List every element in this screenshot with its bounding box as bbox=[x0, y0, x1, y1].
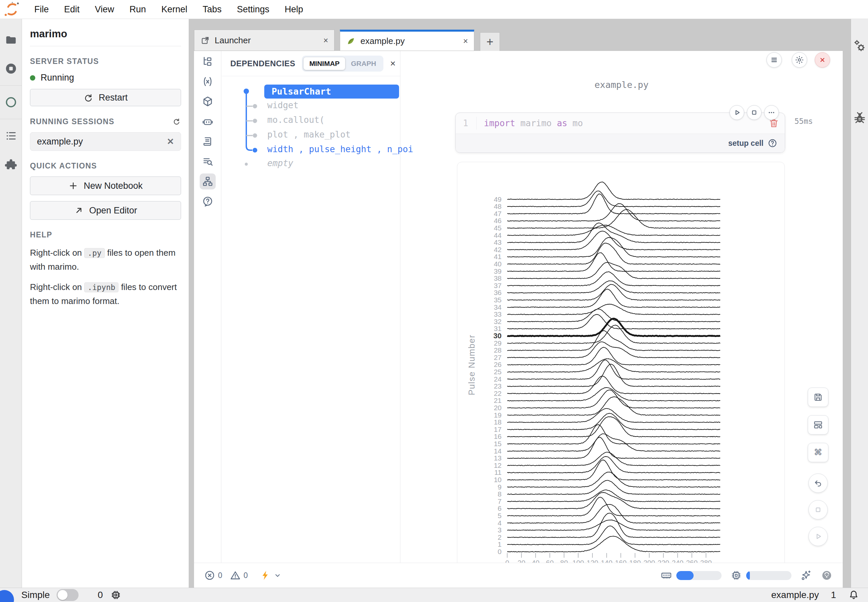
undo-button[interactable] bbox=[808, 473, 828, 493]
svg-text:23: 23 bbox=[494, 382, 501, 390]
svg-text:140: 140 bbox=[601, 559, 612, 563]
tree-item-2[interactable]: mo.callout( bbox=[267, 115, 325, 125]
cell-more-button[interactable] bbox=[764, 105, 779, 120]
stop-circle-icon[interactable] bbox=[4, 61, 18, 76]
svg-text:4: 4 bbox=[498, 519, 501, 527]
interrupt-button[interactable] bbox=[808, 500, 828, 519]
errors-icon[interactable] bbox=[204, 570, 215, 581]
server-status-heading: SERVER STATUS bbox=[30, 57, 181, 66]
menu-run[interactable]: Run bbox=[122, 4, 154, 15]
svg-text:38: 38 bbox=[494, 274, 501, 282]
notebook-settings-button[interactable] bbox=[792, 52, 807, 68]
menu-file[interactable]: File bbox=[27, 4, 57, 15]
variables-icon[interactable] bbox=[200, 74, 216, 89]
bell-icon[interactable] bbox=[848, 589, 859, 600]
session-close-icon[interactable]: ✕ bbox=[167, 137, 174, 147]
dependency-graph-icon[interactable] bbox=[200, 174, 216, 189]
cpu-icon bbox=[730, 569, 742, 581]
svg-text:42: 42 bbox=[494, 246, 501, 253]
file-tree-icon[interactable] bbox=[200, 54, 216, 69]
tree-item-empty[interactable]: empty bbox=[267, 158, 293, 168]
puzzle-icon[interactable] bbox=[4, 157, 18, 172]
tab-close-icon[interactable]: × bbox=[463, 36, 468, 46]
lightning-icon[interactable] bbox=[260, 570, 271, 581]
warnings-icon[interactable] bbox=[230, 570, 241, 581]
open-editor-button[interactable]: Open Editor bbox=[30, 201, 181, 220]
divider bbox=[30, 46, 181, 46]
tree-item-3[interactable]: plot , make_plot bbox=[267, 129, 350, 140]
keyboard-shortcuts-button[interactable]: ⌘ bbox=[808, 443, 828, 462]
new-notebook-button[interactable]: New Notebook bbox=[30, 177, 181, 195]
notebook-shutdown-button[interactable] bbox=[815, 52, 830, 68]
corner-notification-badge[interactable] bbox=[0, 590, 14, 602]
svg-text:180: 180 bbox=[629, 559, 641, 563]
toggle-graph[interactable]: GRAPH bbox=[345, 57, 382, 70]
scroll-icon[interactable] bbox=[200, 134, 216, 149]
folder-icon[interactable] bbox=[4, 33, 18, 47]
menu-kernel[interactable]: Kernel bbox=[154, 4, 195, 15]
dependencies-close-icon[interactable]: × bbox=[390, 58, 396, 69]
tree-root-pulsarchart[interactable]: PulsarChart bbox=[264, 84, 399, 98]
svg-text:220: 220 bbox=[658, 559, 669, 563]
help-circle-icon[interactable] bbox=[767, 138, 778, 148]
right-activity-bar bbox=[851, 18, 868, 588]
notebook-filename: example.py bbox=[400, 80, 843, 90]
save-button[interactable] bbox=[808, 388, 828, 407]
menu-edit[interactable]: Edit bbox=[57, 4, 87, 15]
simple-mode-toggle[interactable] bbox=[57, 589, 78, 601]
error-count: 0 bbox=[218, 571, 222, 580]
notification-count: 1 bbox=[831, 590, 836, 600]
warning-count: 0 bbox=[244, 571, 248, 580]
cpu-status-icon[interactable] bbox=[110, 589, 121, 600]
new-tab-button[interactable]: + bbox=[480, 32, 500, 52]
chevron-down-icon[interactable] bbox=[273, 571, 282, 580]
run-all-button[interactable] bbox=[808, 527, 828, 546]
svg-text:20: 20 bbox=[494, 404, 501, 412]
svg-text:49: 49 bbox=[494, 195, 501, 203]
menu-settings[interactable]: Settings bbox=[229, 4, 277, 15]
debugger-bug-icon[interactable] bbox=[853, 111, 866, 124]
svg-text:22: 22 bbox=[494, 390, 501, 397]
marimo-ring-icon[interactable] bbox=[4, 95, 18, 109]
session-item[interactable]: example.py ✕ bbox=[30, 132, 181, 151]
svg-text:28: 28 bbox=[494, 346, 501, 354]
code-token: mo bbox=[567, 118, 583, 128]
left-activity-bar bbox=[0, 18, 22, 588]
ai-sparkle-icon[interactable] bbox=[800, 569, 812, 581]
svg-text:18: 18 bbox=[494, 418, 501, 426]
refresh-sessions-icon[interactable] bbox=[172, 117, 181, 126]
notebook-menu-button[interactable] bbox=[767, 52, 782, 68]
restart-button[interactable]: Restart bbox=[30, 89, 181, 106]
svg-text:43: 43 bbox=[494, 238, 501, 246]
svg-text:44: 44 bbox=[494, 232, 502, 239]
cell-stop-button[interactable] bbox=[747, 105, 762, 120]
code-token: as bbox=[557, 118, 567, 128]
menu-help[interactable]: Help bbox=[277, 4, 311, 15]
svg-text:15: 15 bbox=[494, 440, 501, 447]
tab-close-icon[interactable]: × bbox=[323, 35, 328, 45]
copilot-bird-icon[interactable] bbox=[821, 569, 833, 581]
search-list-icon[interactable] bbox=[200, 154, 216, 169]
package-icon[interactable] bbox=[200, 94, 216, 109]
menu-view[interactable]: View bbox=[87, 4, 122, 15]
help-icon[interactable] bbox=[200, 194, 216, 209]
list-icon[interactable] bbox=[4, 129, 18, 143]
property-inspector-gears-icon[interactable] bbox=[853, 39, 866, 52]
svg-text:12: 12 bbox=[494, 461, 501, 469]
svg-text:120: 120 bbox=[586, 559, 598, 563]
tree-item-4[interactable]: width , pulse_height , n_poi bbox=[267, 144, 413, 154]
ai-robot-icon[interactable] bbox=[200, 114, 216, 129]
stop-icon bbox=[750, 108, 759, 117]
toggle-minimap[interactable]: MINIMAP bbox=[304, 57, 345, 70]
tab-example-py[interactable]: example.py × bbox=[340, 30, 474, 51]
undo-icon bbox=[813, 478, 823, 488]
menu-tabs[interactable]: Tabs bbox=[195, 4, 229, 15]
cell-run-button[interactable] bbox=[730, 105, 744, 120]
tree-item-1[interactable]: widget bbox=[267, 100, 299, 110]
line-number: 1 bbox=[463, 118, 476, 128]
svg-text:29: 29 bbox=[494, 339, 501, 347]
layout-button[interactable] bbox=[808, 415, 828, 435]
ipynb-extension-chip: .ipynb bbox=[84, 283, 118, 292]
tab-launcher[interactable]: Launcher × bbox=[194, 30, 334, 51]
dependency-tree: PulsarChart widgetmo.callout(plot , make… bbox=[222, 76, 400, 563]
